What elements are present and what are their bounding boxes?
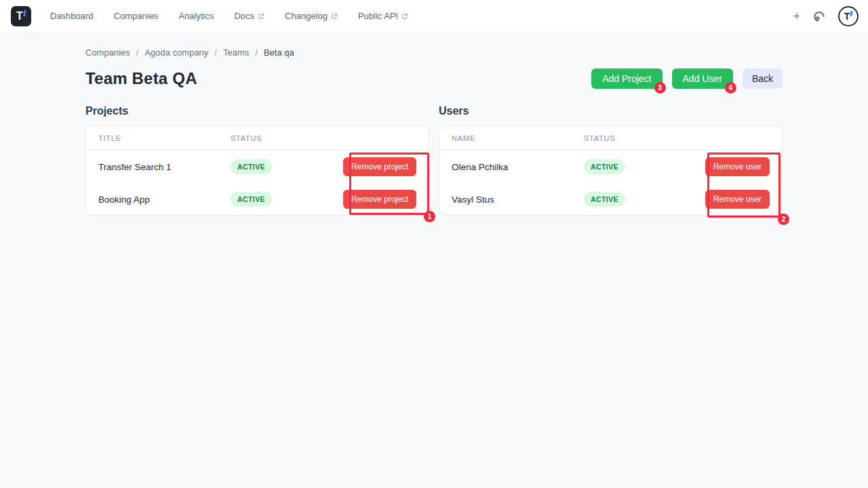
app-logo[interactable]: T — [11, 6, 31, 26]
projects-heading: Projects — [85, 105, 429, 117]
nav-links: Dashboard Companies Analytics Docs Chang… — [50, 11, 408, 21]
column-header-title: TITLE — [98, 134, 231, 142]
avatar-letter: T — [844, 11, 850, 22]
remove-project-button[interactable]: Remove project — [343, 157, 416, 176]
annotation-badge-1: 1 — [424, 211, 435, 222]
breadcrumb: Companies / Agoda company / Teams / Beta… — [85, 47, 783, 58]
project-title: Booking App — [98, 195, 231, 205]
breadcrumb-teams[interactable]: Teams — [223, 47, 249, 58]
top-navigation: T Dashboard Companies Analytics Docs Cha… — [0, 0, 868, 33]
status-badge: ACTIVE — [584, 159, 625, 174]
table-row: Olena Pchilka ACTIVE Remove user — [439, 150, 782, 183]
user-name: Vasyl Stus — [452, 195, 584, 205]
external-link-icon — [258, 13, 264, 20]
annotation-badge-4: 4 — [725, 82, 736, 94]
column-header-status: STATUS — [231, 134, 416, 142]
projects-section: Projects TITLE STATUS Transfer Search 1 … — [85, 105, 429, 216]
nav-item-companies[interactable]: Companies — [114, 11, 159, 21]
nav-item-changelog[interactable]: Changelog — [285, 11, 338, 21]
annotation-badge-3: 3 — [654, 82, 666, 94]
nav-item-public-api[interactable]: Public API — [358, 11, 408, 21]
breadcrumb-agoda-company[interactable]: Agoda company — [144, 47, 208, 58]
avatar-tick-icon — [850, 11, 853, 16]
add-project-button[interactable]: Add Project 3 — [591, 68, 662, 89]
external-link-icon — [331, 13, 338, 20]
table-row: Vasyl Stus ACTIVE Remove user — [439, 183, 782, 216]
column-header-status: STATUS — [584, 134, 770, 142]
back-button[interactable]: Back — [743, 68, 783, 89]
breadcrumb-beta-qa: Beta qa — [264, 47, 294, 58]
user-name: Olena Pchilka — [452, 162, 584, 172]
logo-tick-icon — [23, 10, 26, 16]
users-table: NAME STATUS Olena Pchilka ACTIVE Remove … — [439, 125, 783, 216]
user-avatar[interactable]: T — [838, 6, 859, 26]
main-content: Companies / Agoda company / Teams / Beta… — [85, 33, 783, 216]
remove-user-button[interactable]: Remove user — [705, 190, 770, 209]
add-new-icon[interactable]: + — [793, 10, 800, 22]
users-heading: Users — [439, 105, 783, 117]
table-row: Transfer Search 1 ACTIVE Remove project — [86, 150, 429, 183]
status-badge: ACTIVE — [231, 159, 272, 174]
users-table-header: NAME STATUS — [439, 126, 782, 150]
nav-item-analytics[interactable]: Analytics — [178, 11, 214, 21]
app-logo-letter: T — [16, 10, 23, 22]
status-badge: ACTIVE — [231, 192, 272, 207]
project-title: Transfer Search 1 — [98, 162, 231, 172]
nav-item-docs[interactable]: Docs — [234, 11, 264, 21]
nav-item-dashboard[interactable]: Dashboard — [50, 11, 94, 21]
breadcrumb-separator: / — [214, 47, 217, 58]
nav-right-controls: + T — [793, 6, 859, 26]
projects-table: TITLE STATUS Transfer Search 1 ACTIVE Re… — [85, 125, 429, 216]
column-header-name: NAME — [452, 134, 584, 142]
breadcrumb-separator: / — [255, 47, 258, 58]
add-user-button[interactable]: Add User 4 — [672, 68, 733, 89]
page-actions: Add Project 3 Add User 4 Back — [591, 68, 783, 89]
table-row: Booking App ACTIVE Remove project — [86, 183, 429, 216]
status-badge: ACTIVE — [584, 192, 625, 207]
remove-project-button[interactable]: Remove project — [343, 190, 416, 209]
projects-table-header: TITLE STATUS — [86, 126, 429, 150]
annotation-badge-2: 2 — [778, 214, 789, 225]
breadcrumb-companies[interactable]: Companies — [85, 47, 130, 58]
breadcrumb-separator: / — [136, 47, 139, 58]
whats-new-icon[interactable] — [812, 9, 826, 23]
remove-user-button[interactable]: Remove user — [705, 157, 770, 176]
page-title: Team Beta QA — [85, 69, 197, 88]
external-link-icon — [401, 13, 408, 20]
users-section: Users NAME STATUS Olena Pchilka ACTIVE R… — [439, 105, 783, 216]
